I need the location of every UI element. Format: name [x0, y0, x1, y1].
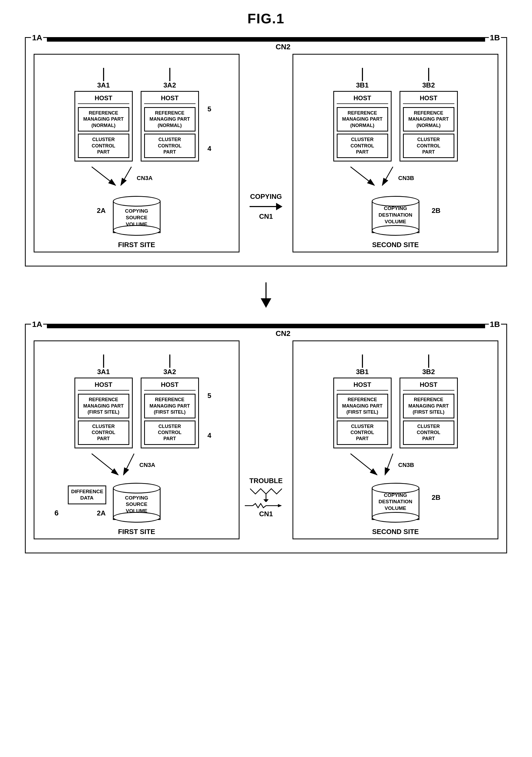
first-site-d2: FIRST SITE 3A1 HOST REFERENCEMANAGING PA… — [34, 341, 239, 539]
col-label-3b2-d2: 3B2 — [422, 368, 435, 376]
cyl-shape-first-d2: COPYINGSOURCEVOLUME — [113, 483, 160, 523]
arrow-line-d2 — [245, 503, 287, 508]
ref-managing-3b1: REFERENCEMANAGING PART(NORMAL) — [337, 107, 388, 132]
down-arrow-head — [261, 298, 271, 308]
col-label-3a1: 3A1 — [97, 81, 110, 89]
host-col-3b1: 3B1 HOST REFERENCEMANAGING PART(NORMAL) … — [333, 68, 392, 162]
label-1a-d2: 1A — [31, 320, 43, 329]
svg-marker-16 — [278, 504, 282, 507]
vline-3b2 — [428, 68, 429, 81]
label-4-d1: 4 — [208, 144, 211, 153]
cylinder-first-d1: 2A COPYINGSOURCEVOLUME — [113, 196, 160, 236]
ref-managing-3b2: REFERENCEMANAGING PART(NORMAL) — [403, 107, 454, 132]
col-label-3a2: 3A2 — [163, 81, 176, 89]
cluster-control-3a1: CLUSTERCONTROLPART — [78, 134, 129, 158]
host-title-3b1: HOST — [337, 94, 388, 104]
host-col-3b2: 3B2 HOST REFERENCEMANAGING PART(NORMAL) … — [400, 68, 458, 162]
host-box-3b1: HOST REFERENCEMANAGING PART(NORMAL) CLUS… — [333, 91, 392, 162]
label-5-d1: 5 — [208, 105, 211, 113]
col-label-3b1: 3B1 — [356, 81, 369, 89]
host-box-3b2-d2: HOST REFERENCEMANAGING PART(FIRST SITEL)… — [400, 378, 458, 448]
svg-marker-13 — [263, 499, 269, 502]
cluster-control-3a2: CLUSTERCONTROLPART — [144, 134, 196, 158]
cn1-label-d2: CN1 — [259, 510, 273, 518]
cyl-shape-second-d2: COPYINGDESTINATIONVOLUME — [372, 483, 419, 523]
svg-text:CN3B: CN3B — [398, 462, 414, 468]
vline-3b1-d2 — [362, 354, 363, 368]
diagram-1: 1A 1B CN2 FIRST SITE — [25, 37, 507, 266]
cn1-label-d1: CN1 — [259, 212, 273, 221]
host-col-3a1: 3A1 HOST REFERENCEMANAGING PART(NORMAL) … — [74, 68, 133, 162]
outer-box-1: 1A 1B CN2 FIRST SITE — [25, 37, 507, 266]
diagram-2: 1A 1B CN2 FIRST SITE 3A1 HOST — [25, 324, 507, 553]
diff-data-box-d2: DIFFERENCEDATA — [68, 485, 106, 504]
cylinder-second-d1: 2B COPYINGDESTINATIONVOLUME — [372, 196, 419, 236]
label-5-d2: 5 — [208, 392, 211, 400]
arrows-to-vol-first-d1: CN3A — [63, 164, 211, 196]
vline-3a2 — [169, 68, 170, 81]
host-group-second-d1: 3B1 HOST REFERENCEMANAGING PART(NORMAL) … — [298, 68, 492, 162]
vol-label-second-d2: COPYINGDESTINATIONVOLUME — [372, 492, 419, 512]
cylinder-first-d2: DIFFERENCEDATA 6 2A COPYINGSOURCEVOLUME — [113, 483, 160, 523]
host-box-3b2: HOST REFERENCEMANAGING PART(NORMAL) CLUS… — [400, 91, 458, 162]
cluster-control-3a1-d2: CLUSTERCONTROLPART — [78, 420, 129, 445]
arrow-shaft-d1 — [250, 206, 276, 207]
ref-managing-3b1-d2: REFERENCEMANAGING PART(FIRST SITEL) — [337, 394, 388, 418]
main-row-d1: FIRST SITE 3A1 HOST REFERENCEMANAGING — [34, 54, 498, 253]
host-box-3b1-d2: HOST REFERENCEMANAGING PART(FIRST SITEL)… — [333, 378, 392, 448]
host-box-3a1-d2: HOST REFERENCEMANAGING PART(FIRST SITEL)… — [74, 378, 133, 448]
host-title-3b2-d2: HOST — [403, 381, 454, 391]
vline-3b1 — [362, 68, 363, 81]
svg-line-4 — [350, 167, 374, 185]
vol-label-first-d1: COPYINGSOURCEVOLUME — [113, 208, 160, 227]
diagram-container: 1A 1B CN2 FIRST SITE — [16, 37, 516, 553]
host-title-3a2: HOST — [144, 94, 196, 104]
cluster-control-3b1-d2: CLUSTERCONTROLPART — [337, 420, 388, 445]
second-site-d1: SECOND SITE 3B1 HOST REFERENCEMANAGING P… — [293, 54, 498, 253]
arrow-line-d1 — [250, 203, 282, 210]
vline-3b2-d2 — [428, 354, 429, 368]
svg-line-1 — [121, 167, 131, 185]
host-box-3a2-d2: 5 4 HOST REFERENCEMANAGING PART(FIRST SI… — [141, 378, 199, 448]
host-box-3a1: HOST REFERENCEMANAGING PART(NORMAL) CLUS… — [74, 91, 133, 162]
svg-line-0 — [92, 167, 116, 185]
volume-area-first-d1: CN3A 2A COPYINGSOURCEVOLUME — [40, 169, 234, 236]
cyl-shape-second: COPYINGDESTINATIONVOLUME — [372, 196, 419, 236]
arrows-to-vol-first-d2: CN3A — [57, 451, 216, 485]
outer-box-2: 1A 1B CN2 FIRST SITE 3A1 HOST — [25, 324, 507, 553]
svg-line-18 — [385, 454, 393, 475]
figure-title: FIG.1 — [247, 11, 285, 26]
host-col-3b1-d2: 3B1 HOST REFERENCEMANAGING PART(FIRST SI… — [333, 354, 392, 448]
cn2-label-d1: CN2 — [275, 43, 290, 51]
vol-num-2b-d1: 2B — [432, 206, 440, 215]
vol-label-second-d1: COPYINGDESTINATIONVOLUME — [372, 205, 419, 225]
vol-label-first-d2: COPYINGSOURCEVOLUME — [113, 495, 160, 514]
trouble-area-d2: TROUBLE — [239, 341, 293, 539]
col-label-3b2: 3B2 — [422, 81, 435, 89]
host-title-3b1-d2: HOST — [337, 381, 388, 391]
ref-managing-3a1: REFERENCEMANAGING PART(NORMAL) — [78, 107, 129, 132]
cluster-control-3b2: CLUSTERCONTROLPART — [403, 134, 454, 158]
main-row-d2: FIRST SITE 3A1 HOST REFERENCEMANAGING PA… — [34, 341, 498, 539]
volume-area-first-d2: CN3A DIFFERENCEDATA 6 2A — [40, 456, 234, 523]
second-site-label-d1: SECOND SITE — [372, 241, 419, 249]
host-group-first-d2: 3A1 HOST REFERENCEMANAGING PART(FIRST SI… — [40, 354, 234, 448]
vline-3a1-d2 — [103, 354, 104, 368]
ref-managing-3a1-d2: REFERENCEMANAGING PART(FIRST SITEL) — [78, 394, 129, 418]
vline-3a2-d2 — [169, 354, 170, 368]
col-label-3a1-d2: 3A1 — [97, 368, 110, 376]
arrows-to-vol-second-d1: CN3B — [322, 164, 470, 196]
label-1a-d1: 1A — [31, 33, 43, 42]
broken-arrow-d2 — [245, 503, 287, 508]
ref-managing-3a2-d2: REFERENCEMANAGING PART(FIRST SITEL) — [144, 394, 196, 418]
bus-bar-2 — [47, 324, 485, 328]
svg-line-5 — [382, 167, 393, 185]
svg-line-9 — [124, 454, 134, 475]
vol-num-2a-d1: 2A — [97, 206, 106, 215]
first-site-label-d1: FIRST SITE — [118, 241, 155, 249]
svg-text:CN3A: CN3A — [139, 462, 155, 468]
ref-managing-3a2: REFERENCEMANAGING PART(NORMAL) — [144, 107, 196, 132]
host-title-3b2: HOST — [403, 94, 454, 104]
arrow-area-d1: COPYING CN1 — [239, 54, 293, 253]
copying-label-d1: COPYING — [250, 193, 282, 201]
